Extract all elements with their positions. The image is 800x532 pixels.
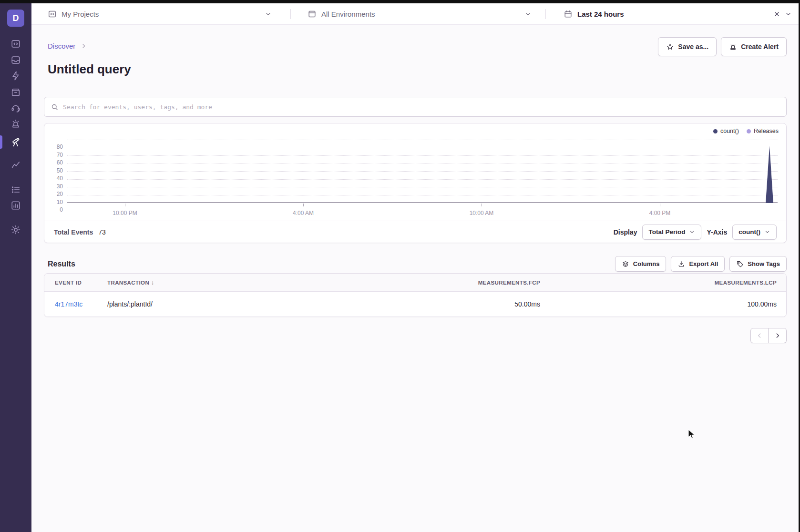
chevron-right-icon: [81, 43, 87, 49]
save-as-button[interactable]: Save as...: [658, 37, 717, 56]
issues-icon[interactable]: [10, 54, 21, 66]
previous-page-button[interactable]: [750, 328, 769, 343]
environment-selector-label: All Environments: [321, 10, 375, 18]
next-page-button[interactable]: [769, 328, 787, 343]
x-tick: [660, 204, 660, 206]
header-actions: Save as... Create Alert: [658, 37, 787, 56]
performance-icon[interactable]: [10, 70, 21, 82]
settings-gear-icon[interactable]: [10, 224, 21, 235]
chevron-down-icon: [524, 10, 532, 18]
breadcrumb-discover-link[interactable]: Discover: [48, 42, 75, 50]
x-tick: [482, 204, 482, 206]
column-header-measurements-fcp[interactable]: MEASUREMENTS.FCP: [383, 280, 550, 286]
transaction-cell: /plants/:plantId/: [97, 300, 383, 308]
org-avatar[interactable]: D: [7, 10, 24, 27]
columns-label: Columns: [633, 260, 660, 267]
y-tick-label: 30: [57, 183, 63, 190]
releases-series-dot: [747, 129, 751, 133]
column-header-measurements-lcp[interactable]: MEASUREMENTS.LCP: [550, 280, 786, 286]
date-range-selector[interactable]: Last 24 hours: [564, 3, 624, 24]
calendar-icon: [564, 10, 573, 19]
top-bar: My Projects All Environments Last 24 hou…: [31, 3, 799, 25]
chevron-down-icon: [265, 10, 272, 18]
table-row[interactable]: 4r17m3tc /plants/:plantId/ 50.00ms 100.0…: [44, 292, 786, 317]
display-label: Display: [614, 228, 637, 236]
y-tick-label: 0: [60, 206, 63, 213]
y-axis-dropdown-value: count(): [738, 228, 760, 235]
x-tick-label: 4:00 AM: [282, 210, 325, 216]
show-tags-button[interactable]: Show Tags: [729, 256, 787, 272]
results-table: EVENT ID TRANSACTION↓ MEASUREMENTS.FCP M…: [44, 273, 787, 317]
legend-count[interactable]: count(): [713, 128, 739, 134]
y-tick-label: 80: [57, 143, 63, 150]
y-tick-label: 20: [57, 191, 63, 197]
chevron-down-icon: [764, 229, 770, 235]
export-all-label: Export All: [689, 260, 718, 267]
project-selector[interactable]: My Projects: [48, 3, 272, 24]
legend-releases[interactable]: Releases: [747, 128, 779, 134]
y-axis-label: Y-Axis: [707, 228, 727, 236]
event-id-link[interactable]: 4r17m3tc: [55, 300, 82, 308]
y-tick-label: 60: [57, 159, 63, 166]
chart-plot-area: 80 70 60 50 40 30 20 10 0 10:00 PM 4:00 …: [67, 140, 778, 203]
y-axis-dropdown[interactable]: count(): [732, 225, 777, 240]
create-alert-button[interactable]: Create Alert: [721, 37, 787, 56]
siren-icon: [729, 43, 737, 51]
legend-releases-label: Releases: [754, 128, 779, 134]
save-as-label: Save as...: [678, 43, 708, 51]
search-input[interactable]: [63, 103, 780, 111]
measurements-fcp-cell: 50.00ms: [383, 300, 550, 308]
dashboards-icon[interactable]: [10, 159, 21, 171]
x-tick: [125, 204, 125, 206]
search-icon: [51, 103, 59, 111]
topbar-divider: [545, 9, 546, 19]
clear-date-icon[interactable]: [773, 10, 780, 18]
columns-button[interactable]: Columns: [615, 256, 667, 272]
y-tick-label: 50: [57, 167, 63, 174]
monitors-icon[interactable]: [10, 184, 21, 195]
measurements-lcp-cell: 100.00ms: [550, 300, 786, 308]
project-selector-label: My Projects: [62, 10, 99, 18]
user-feedback-icon[interactable]: [10, 102, 21, 114]
mouse-cursor: [688, 429, 696, 440]
releases-icon[interactable]: [10, 86, 21, 98]
results-actions: Columns Export All Show Tags: [615, 256, 787, 272]
y-tick-label: 70: [57, 152, 63, 158]
column-header-transaction[interactable]: TRANSACTION↓: [97, 279, 383, 286]
window-top-border: [0, 0, 800, 3]
projects-icon[interactable]: [10, 38, 21, 50]
date-range-controls: [773, 3, 792, 24]
sort-desc-arrow-icon: ↓: [151, 279, 154, 286]
table-header-row: EVENT ID TRANSACTION↓ MEASUREMENTS.FCP M…: [44, 274, 786, 292]
download-icon: [677, 260, 685, 268]
display-dropdown[interactable]: Total Period: [642, 225, 701, 240]
create-alert-label: Create Alert: [741, 43, 779, 51]
results-heading: Results: [48, 260, 75, 268]
date-range-label: Last 24 hours: [577, 10, 624, 18]
total-events-value: 73: [98, 228, 106, 236]
environment-window-icon: [308, 10, 317, 19]
x-tick: [303, 204, 304, 206]
star-icon: [666, 43, 674, 51]
layers-icon: [622, 260, 629, 268]
environment-selector[interactable]: All Environments: [308, 3, 532, 24]
x-tick-label: 10:00 PM: [103, 210, 146, 216]
chevron-down-icon[interactable]: [785, 10, 792, 18]
search-bar: [44, 97, 787, 117]
stats-icon[interactable]: [10, 200, 21, 211]
x-tick-label: 4:00 PM: [638, 210, 681, 216]
chart-legend: count() Releases: [713, 128, 779, 134]
events-chart-panel: count() Releases 80 70 60 50 40 30 20 10…: [44, 123, 787, 243]
alerts-icon[interactable]: [10, 118, 21, 130]
legend-count-label: count(): [720, 128, 739, 134]
page-title: Untitled query: [48, 62, 131, 77]
discover-icon[interactable]: [10, 136, 21, 148]
topbar-divider: [290, 9, 291, 19]
project-platform-icon: [48, 10, 57, 19]
export-all-button[interactable]: Export All: [671, 256, 725, 272]
sidebar: D: [0, 0, 31, 532]
breadcrumb: Discover: [48, 42, 87, 50]
discover-page: D: [0, 0, 800, 532]
chart-footer: Total Events 73 Display Total Period Y-A…: [44, 221, 786, 243]
column-header-event-id[interactable]: EVENT ID: [44, 280, 97, 286]
